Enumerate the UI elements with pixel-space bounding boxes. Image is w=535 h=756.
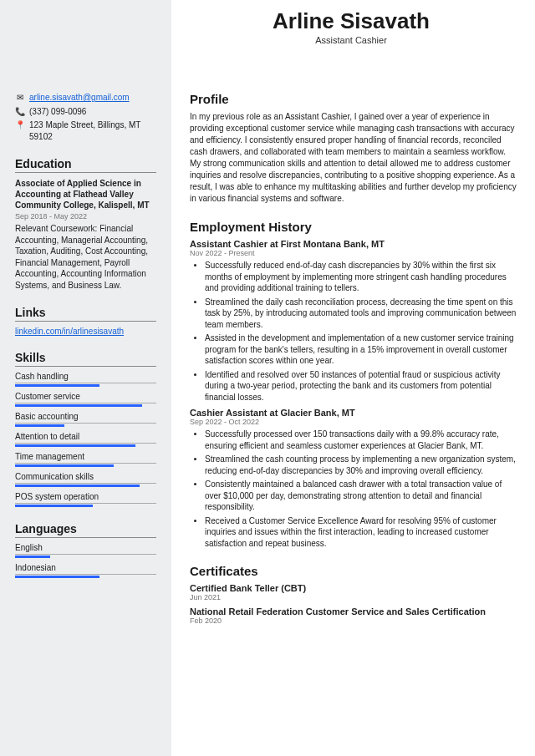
header: Arline Sisavath Assistant Cashier (0, 8, 535, 45)
language-bar (15, 576, 99, 578)
contact-phone-row: 📞 (337) 099-0096 (15, 106, 156, 118)
certificate-entry: National Retail Federation Customer Serv… (190, 606, 517, 625)
skill-name: Customer service (15, 392, 156, 403)
skill-item: Customer service (15, 392, 156, 407)
main-column: Profile In my previous role as an Assist… (171, 0, 535, 756)
language-item: English (15, 543, 156, 558)
profile-heading: Profile (190, 92, 517, 106)
profile-text: In my previous role as an Assistant Cash… (190, 111, 517, 205)
contact-phone: (337) 099-0096 (29, 106, 86, 118)
job-title: Cashier Assistant at Glacier Bank, MT (190, 408, 517, 418)
skill-bar (15, 505, 93, 507)
contact-email[interactable]: arline.sisavath@gmail.com (29, 92, 130, 104)
profile-section: Profile In my previous role as an Assist… (190, 92, 517, 205)
certificates-heading: Certificates (190, 564, 517, 578)
skill-name: POS system operation (15, 492, 156, 504)
job-bullets: Successfully reduced end-of-day cash dis… (190, 260, 517, 403)
education-dates: Sep 2018 - May 2022 (15, 212, 156, 221)
job-dates: Sep 2022 - Oct 2022 (190, 418, 517, 426)
job-bullets: Successfully processed over 150 transact… (190, 429, 517, 549)
education-heading: Education (15, 157, 156, 173)
job-entry: Assistant Cashier at First Montana Bank,… (190, 239, 517, 403)
sidebar: ✉ arline.sisavath@gmail.com 📞 (337) 099-… (0, 0, 171, 756)
skill-name: Communication skills (15, 472, 156, 484)
certificate-entry: Certified Bank Teller (CBT)Jun 2021 (190, 583, 517, 601)
location-icon: 📍 (15, 119, 24, 131)
content-wrapper: ✉ arline.sisavath@gmail.com 📞 (337) 099-… (0, 0, 535, 756)
skill-item: POS system operation (15, 492, 156, 507)
skill-bar (15, 404, 142, 407)
jobs-list: Assistant Cashier at First Montana Bank,… (190, 239, 517, 549)
job-dates: Nov 2022 - Present (190, 249, 517, 257)
skill-name: Cash handling (15, 372, 156, 383)
job-entry: Cashier Assistant at Glacier Bank, MTSep… (190, 408, 517, 549)
employment-section: Employment History Assistant Cashier at … (190, 220, 517, 549)
skill-bar (15, 444, 135, 447)
certificate-date: Feb 2020 (190, 616, 517, 625)
skill-bar (15, 464, 114, 467)
skill-bar (15, 384, 99, 387)
certificates-section: Certificates Certified Bank Teller (CBT)… (190, 564, 517, 625)
job-bullet: Streamlined the daily cash reconciliatio… (205, 297, 517, 331)
education-coursework: Relevant Coursework: Financial Accountin… (15, 223, 156, 291)
languages-heading: Languages (15, 522, 156, 538)
job-bullet: Assisted in the development and implemen… (205, 332, 517, 367)
job-bullet: Received a Customer Service Excellence A… (205, 515, 517, 550)
job-bullet: Consistently maintained a balanced cash … (205, 479, 517, 513)
language-bar (15, 556, 50, 558)
skill-bar (15, 424, 64, 427)
languages-list: EnglishIndonesian (15, 543, 156, 578)
certificates-list: Certified Bank Teller (CBT)Jun 2021Natio… (190, 583, 517, 625)
job-title: Assistant Cashier at First Montana Bank,… (190, 239, 517, 249)
job-bullet: Successfully processed over 150 transact… (205, 429, 517, 451)
person-name: Arline Sisavath (167, 8, 535, 34)
skills-list: Cash handlingCustomer serviceBasic accou… (15, 372, 156, 507)
contact-address: 123 Maple Street, Billings, MT 59102 (29, 119, 156, 142)
job-bullet: Streamlined the cash counting process by… (205, 454, 517, 476)
job-bullet: Identified and resolved over 50 instance… (205, 369, 517, 403)
contact-email-row: ✉ arline.sisavath@gmail.com (15, 92, 156, 104)
employment-heading: Employment History (190, 220, 517, 234)
links-heading: Links (15, 306, 156, 322)
certificate-name: Certified Bank Teller (CBT) (190, 583, 517, 593)
certificate-date: Jun 2021 (190, 593, 517, 601)
language-name: English (15, 543, 156, 555)
skill-name: Time management (15, 452, 156, 464)
skill-item: Communication skills (15, 472, 156, 487)
skill-item: Time management (15, 452, 156, 467)
language-item: Indonesian (15, 563, 156, 578)
skill-name: Attention to detail (15, 432, 156, 444)
skill-name: Basic accounting (15, 412, 156, 424)
skill-item: Cash handling (15, 372, 156, 387)
person-title: Assistant Cashier (167, 35, 535, 45)
skill-item: Attention to detail (15, 432, 156, 447)
email-icon: ✉ (15, 92, 24, 104)
linkedin-link[interactable]: linkedin.com/in/arlinesisavath (15, 327, 124, 336)
education-degree: Associate of Applied Science in Accounti… (15, 178, 156, 211)
skill-bar (15, 485, 140, 487)
certificate-name: National Retail Federation Customer Serv… (190, 606, 517, 616)
language-name: Indonesian (15, 563, 156, 575)
contact-address-row: 📍 123 Maple Street, Billings, MT 59102 (15, 119, 156, 142)
job-bullet: Successfully reduced end-of-day cash dis… (205, 260, 517, 294)
skill-item: Basic accounting (15, 412, 156, 427)
skills-heading: Skills (15, 351, 156, 367)
phone-icon: 📞 (15, 106, 24, 118)
